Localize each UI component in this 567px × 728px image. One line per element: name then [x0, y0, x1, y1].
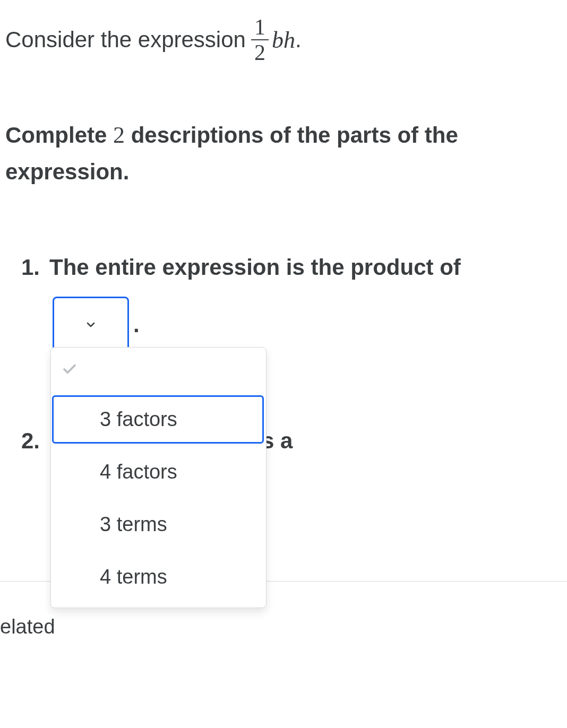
list-number-1: 1. [21, 248, 40, 286]
dropdown-menu[interactable]: 3 factors 4 factors 3 terms 4 terms [50, 347, 267, 608]
intro-prefix: Consider the expression [5, 27, 246, 53]
dropdown-option-4-terms[interactable]: 4 terms [51, 551, 266, 603]
list-item-1: 1. The entire expression is the product … [21, 248, 562, 353]
list-number-2: 2. [21, 422, 40, 460]
footer-partial-text: elated [0, 616, 55, 638]
fraction-denominator: 2 [251, 39, 269, 64]
dropdown-option-4-factors[interactable]: 4 factors [51, 446, 266, 498]
variables: bh [272, 27, 295, 54]
dropdown-select-1[interactable] [53, 297, 129, 353]
fraction-numerator: 1 [251, 16, 269, 39]
dropdown-option-3-factors[interactable]: 3 factors [51, 393, 266, 446]
chevron-down-icon [84, 318, 97, 331]
item-1-text: The entire expression is the product of [49, 248, 461, 286]
checkmark-icon [62, 361, 78, 377]
dropdown-option-empty[interactable] [51, 352, 266, 393]
dropdown-option-3-terms[interactable]: 3 terms [51, 498, 266, 551]
instruction-text: Complete 2 descriptions of the parts of … [5, 117, 562, 190]
intro-text: Consider the expression 1 2 bh . [5, 16, 562, 64]
intro-suffix: . [295, 27, 302, 53]
item-1-period: . [133, 306, 140, 343]
fraction: 1 2 [251, 16, 269, 64]
